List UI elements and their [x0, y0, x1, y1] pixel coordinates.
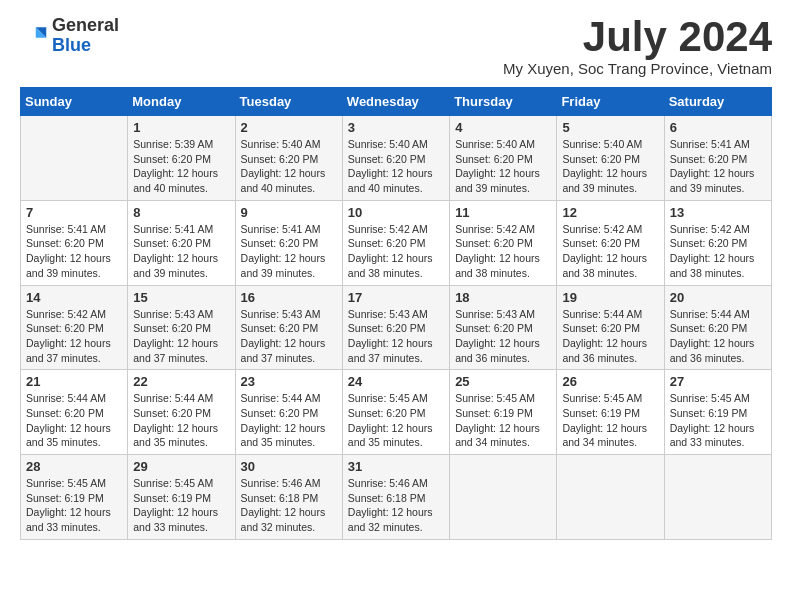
calendar-cell — [450, 455, 557, 540]
calendar-cell: 4Sunrise: 5:40 AM Sunset: 6:20 PM Daylig… — [450, 116, 557, 201]
calendar-cell: 26Sunrise: 5:45 AM Sunset: 6:19 PM Dayli… — [557, 370, 664, 455]
title-block: July 2024 My Xuyen, Soc Trang Province, … — [503, 16, 772, 77]
calendar-cell: 31Sunrise: 5:46 AM Sunset: 6:18 PM Dayli… — [342, 455, 449, 540]
day-info: Sunrise: 5:45 AM Sunset: 6:19 PM Dayligh… — [670, 391, 766, 450]
day-number: 16 — [241, 290, 337, 305]
main-title: July 2024 — [503, 16, 772, 58]
day-number: 31 — [348, 459, 444, 474]
day-number: 11 — [455, 205, 551, 220]
calendar-cell: 14Sunrise: 5:42 AM Sunset: 6:20 PM Dayli… — [21, 285, 128, 370]
calendar-week-4: 21Sunrise: 5:44 AM Sunset: 6:20 PM Dayli… — [21, 370, 772, 455]
column-header-wednesday: Wednesday — [342, 88, 449, 116]
day-info: Sunrise: 5:45 AM Sunset: 6:19 PM Dayligh… — [562, 391, 658, 450]
calendar-cell: 17Sunrise: 5:43 AM Sunset: 6:20 PM Dayli… — [342, 285, 449, 370]
day-number: 22 — [133, 374, 229, 389]
day-info: Sunrise: 5:42 AM Sunset: 6:20 PM Dayligh… — [670, 222, 766, 281]
column-header-tuesday: Tuesday — [235, 88, 342, 116]
day-number: 24 — [348, 374, 444, 389]
logo: General Blue — [20, 16, 119, 56]
calendar-cell: 3Sunrise: 5:40 AM Sunset: 6:20 PM Daylig… — [342, 116, 449, 201]
column-header-friday: Friday — [557, 88, 664, 116]
day-number: 27 — [670, 374, 766, 389]
calendar-cell: 13Sunrise: 5:42 AM Sunset: 6:20 PM Dayli… — [664, 200, 771, 285]
day-number: 20 — [670, 290, 766, 305]
day-info: Sunrise: 5:44 AM Sunset: 6:20 PM Dayligh… — [241, 391, 337, 450]
day-number: 14 — [26, 290, 122, 305]
calendar-cell: 5Sunrise: 5:40 AM Sunset: 6:20 PM Daylig… — [557, 116, 664, 201]
day-info: Sunrise: 5:42 AM Sunset: 6:20 PM Dayligh… — [562, 222, 658, 281]
day-info: Sunrise: 5:44 AM Sunset: 6:20 PM Dayligh… — [670, 307, 766, 366]
calendar-cell: 10Sunrise: 5:42 AM Sunset: 6:20 PM Dayli… — [342, 200, 449, 285]
day-number: 19 — [562, 290, 658, 305]
calendar-cell: 8Sunrise: 5:41 AM Sunset: 6:20 PM Daylig… — [128, 200, 235, 285]
day-info: Sunrise: 5:42 AM Sunset: 6:20 PM Dayligh… — [348, 222, 444, 281]
day-number: 8 — [133, 205, 229, 220]
day-number: 1 — [133, 120, 229, 135]
day-info: Sunrise: 5:46 AM Sunset: 6:18 PM Dayligh… — [348, 476, 444, 535]
calendar-cell: 1Sunrise: 5:39 AM Sunset: 6:20 PM Daylig… — [128, 116, 235, 201]
day-number: 17 — [348, 290, 444, 305]
page-header: General Blue July 2024 My Xuyen, Soc Tra… — [20, 16, 772, 77]
calendar-cell: 6Sunrise: 5:41 AM Sunset: 6:20 PM Daylig… — [664, 116, 771, 201]
day-number: 30 — [241, 459, 337, 474]
day-number: 26 — [562, 374, 658, 389]
calendar-cell: 27Sunrise: 5:45 AM Sunset: 6:19 PM Dayli… — [664, 370, 771, 455]
day-number: 6 — [670, 120, 766, 135]
day-info: Sunrise: 5:43 AM Sunset: 6:20 PM Dayligh… — [241, 307, 337, 366]
day-number: 28 — [26, 459, 122, 474]
calendar-cell: 22Sunrise: 5:44 AM Sunset: 6:20 PM Dayli… — [128, 370, 235, 455]
day-info: Sunrise: 5:45 AM Sunset: 6:19 PM Dayligh… — [455, 391, 551, 450]
day-info: Sunrise: 5:42 AM Sunset: 6:20 PM Dayligh… — [26, 307, 122, 366]
calendar-cell: 19Sunrise: 5:44 AM Sunset: 6:20 PM Dayli… — [557, 285, 664, 370]
day-number: 23 — [241, 374, 337, 389]
day-number: 18 — [455, 290, 551, 305]
day-info: Sunrise: 5:44 AM Sunset: 6:20 PM Dayligh… — [26, 391, 122, 450]
calendar-cell: 15Sunrise: 5:43 AM Sunset: 6:20 PM Dayli… — [128, 285, 235, 370]
calendar-cell: 29Sunrise: 5:45 AM Sunset: 6:19 PM Dayli… — [128, 455, 235, 540]
day-number: 12 — [562, 205, 658, 220]
calendar-table: SundayMondayTuesdayWednesdayThursdayFrid… — [20, 87, 772, 540]
day-info: Sunrise: 5:42 AM Sunset: 6:20 PM Dayligh… — [455, 222, 551, 281]
calendar-cell: 20Sunrise: 5:44 AM Sunset: 6:20 PM Dayli… — [664, 285, 771, 370]
day-number: 29 — [133, 459, 229, 474]
calendar-week-3: 14Sunrise: 5:42 AM Sunset: 6:20 PM Dayli… — [21, 285, 772, 370]
calendar-cell: 9Sunrise: 5:41 AM Sunset: 6:20 PM Daylig… — [235, 200, 342, 285]
column-header-sunday: Sunday — [21, 88, 128, 116]
day-info: Sunrise: 5:40 AM Sunset: 6:20 PM Dayligh… — [241, 137, 337, 196]
calendar-cell: 2Sunrise: 5:40 AM Sunset: 6:20 PM Daylig… — [235, 116, 342, 201]
day-info: Sunrise: 5:44 AM Sunset: 6:20 PM Dayligh… — [133, 391, 229, 450]
day-number: 7 — [26, 205, 122, 220]
column-header-monday: Monday — [128, 88, 235, 116]
calendar-cell: 11Sunrise: 5:42 AM Sunset: 6:20 PM Dayli… — [450, 200, 557, 285]
day-number: 21 — [26, 374, 122, 389]
day-number: 9 — [241, 205, 337, 220]
logo-icon — [20, 22, 48, 50]
day-info: Sunrise: 5:46 AM Sunset: 6:18 PM Dayligh… — [241, 476, 337, 535]
column-header-thursday: Thursday — [450, 88, 557, 116]
day-number: 2 — [241, 120, 337, 135]
calendar-cell — [664, 455, 771, 540]
calendar-week-2: 7Sunrise: 5:41 AM Sunset: 6:20 PM Daylig… — [21, 200, 772, 285]
day-info: Sunrise: 5:41 AM Sunset: 6:20 PM Dayligh… — [241, 222, 337, 281]
subtitle: My Xuyen, Soc Trang Province, Vietnam — [503, 60, 772, 77]
calendar-cell — [21, 116, 128, 201]
day-info: Sunrise: 5:41 AM Sunset: 6:20 PM Dayligh… — [26, 222, 122, 281]
day-number: 15 — [133, 290, 229, 305]
day-number: 3 — [348, 120, 444, 135]
calendar-header-row: SundayMondayTuesdayWednesdayThursdayFrid… — [21, 88, 772, 116]
calendar-cell: 28Sunrise: 5:45 AM Sunset: 6:19 PM Dayli… — [21, 455, 128, 540]
calendar-week-5: 28Sunrise: 5:45 AM Sunset: 6:19 PM Dayli… — [21, 455, 772, 540]
day-info: Sunrise: 5:45 AM Sunset: 6:19 PM Dayligh… — [26, 476, 122, 535]
calendar-cell: 18Sunrise: 5:43 AM Sunset: 6:20 PM Dayli… — [450, 285, 557, 370]
calendar-cell: 30Sunrise: 5:46 AM Sunset: 6:18 PM Dayli… — [235, 455, 342, 540]
day-number: 5 — [562, 120, 658, 135]
day-number: 10 — [348, 205, 444, 220]
day-info: Sunrise: 5:41 AM Sunset: 6:20 PM Dayligh… — [133, 222, 229, 281]
day-info: Sunrise: 5:40 AM Sunset: 6:20 PM Dayligh… — [348, 137, 444, 196]
calendar-cell: 21Sunrise: 5:44 AM Sunset: 6:20 PM Dayli… — [21, 370, 128, 455]
calendar-cell: 7Sunrise: 5:41 AM Sunset: 6:20 PM Daylig… — [21, 200, 128, 285]
day-number: 4 — [455, 120, 551, 135]
calendar-cell: 23Sunrise: 5:44 AM Sunset: 6:20 PM Dayli… — [235, 370, 342, 455]
day-info: Sunrise: 5:45 AM Sunset: 6:19 PM Dayligh… — [133, 476, 229, 535]
day-info: Sunrise: 5:40 AM Sunset: 6:20 PM Dayligh… — [455, 137, 551, 196]
